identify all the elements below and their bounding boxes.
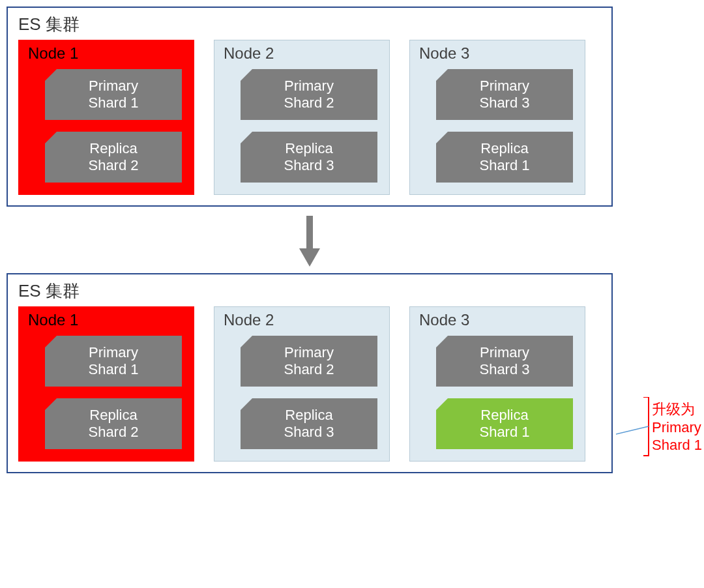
shard-line2: Shard 1 (479, 157, 529, 174)
shard-line1: Replica (89, 140, 137, 157)
node-title: Node 2 (224, 311, 383, 329)
replica-shard-2: Replica Shard 2 (45, 132, 182, 183)
primary-shard-3: Primary Shard 3 (436, 336, 573, 387)
shard-line2: Shard 3 (284, 157, 334, 174)
cluster-bottom: ES 集群 Node 1 Primary Shard 1 Replica Sha… (7, 273, 613, 473)
shard-line1: Primary (89, 78, 138, 95)
node-1: Node 1 Primary Shard 1 Replica Shard 2 (18, 306, 194, 462)
node-3: Node 3 Primary Shard 3 Replica Shard 1 (409, 306, 585, 462)
shard-line2: Shard 1 (479, 424, 529, 441)
replica-shard-3: Replica Shard 3 (241, 398, 377, 449)
node-title: Node 3 (419, 311, 578, 329)
replica-shard-1-promoted: Replica Shard 1 (436, 398, 573, 449)
replica-shard-3: Replica Shard 3 (241, 132, 377, 183)
nodes-row: Node 1 Primary Shard 1 Replica Shard 2 N… (18, 306, 601, 462)
cluster-top: ES 集群 Node 1 Primary Shard 1 Replica Sha… (7, 7, 613, 207)
node-3: Node 3 Primary Shard 3 Replica Shard 1 (409, 40, 585, 195)
shard-line2: Shard 2 (88, 157, 138, 174)
cluster-title: ES 集群 (18, 13, 601, 36)
shard-line1: Replica (480, 140, 528, 157)
shard-line1: Primary (480, 78, 529, 95)
node-2: Node 2 Primary Shard 2 Replica Shard 3 (214, 40, 390, 195)
node-title: Node 2 (224, 44, 383, 63)
replica-shard-2: Replica Shard 2 (45, 398, 182, 449)
primary-shard-1: Primary Shard 1 (45, 336, 182, 387)
cluster-bottom-row: ES 集群 Node 1 Primary Shard 1 Replica Sha… (7, 273, 697, 473)
shard-line2: Shard 2 (284, 361, 334, 378)
primary-shard-2: Primary Shard 2 (241, 336, 377, 387)
node-title: Node 1 (28, 44, 187, 63)
svg-line-2 (616, 426, 649, 443)
node-1: Node 1 Primary Shard 1 Replica Shard 2 (18, 40, 194, 195)
shard-line1: Primary (89, 344, 138, 361)
shard-line1: Replica (285, 140, 332, 157)
shard-line1: Primary (480, 344, 529, 361)
node-2: Node 2 Primary Shard 2 Replica Shard 3 (214, 306, 390, 462)
shard-line2: Shard 3 (479, 361, 529, 378)
callout-line3: Shard 1 (652, 436, 702, 454)
shard-line1: Replica (480, 407, 528, 424)
callout-bracket: 升级为 Primary Shard 1 (616, 397, 704, 480)
primary-shard-3: Primary Shard 3 (436, 69, 573, 120)
primary-shard-1: Primary Shard 1 (45, 69, 182, 120)
shard-line1: Replica (89, 407, 137, 424)
primary-shard-2: Primary Shard 2 (241, 69, 377, 120)
shard-line1: Replica (285, 407, 332, 424)
callout-text: 升级为 Primary Shard 1 (652, 400, 702, 454)
shard-line2: Shard 1 (88, 361, 138, 378)
arrow-down-icon (7, 216, 613, 267)
callout-line1: 升级为 (652, 400, 702, 419)
shard-line2: Shard 3 (479, 95, 529, 111)
shard-line2: Shard 3 (284, 424, 334, 441)
nodes-row: Node 1 Primary Shard 1 Replica Shard 2 N… (18, 40, 601, 195)
callout-line2: Primary (652, 419, 702, 437)
shard-line2: Shard 1 (88, 95, 138, 111)
node-title: Node 3 (419, 44, 578, 63)
cluster-title: ES 集群 (18, 280, 601, 302)
node-title: Node 1 (28, 311, 187, 329)
shard-line2: Shard 2 (284, 95, 334, 111)
replica-shard-1: Replica Shard 1 (436, 132, 573, 183)
shard-line1: Primary (284, 344, 334, 361)
shard-line2: Shard 2 (88, 424, 138, 441)
svg-marker-1 (299, 248, 320, 267)
shard-line1: Primary (284, 78, 334, 95)
